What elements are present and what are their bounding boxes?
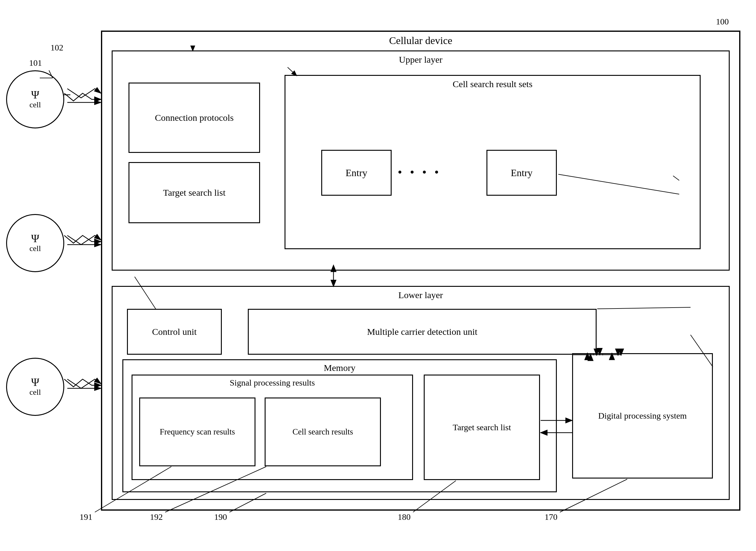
entry1-label: Entry [345,167,367,178]
cell-label-2: cell [29,244,41,253]
control-unit-box: Control unit [127,309,222,355]
cell-search-results-label: Cell search results [292,427,353,437]
frequency-scan-box: Frequency scan results [139,398,255,466]
antenna-icon-2: Ψ [31,233,39,244]
entry1-box: Entry [321,150,392,196]
cell-circle-3: Ψ cell [6,358,64,416]
upper-layer-label: Upper layer [399,54,442,65]
entry2-box: Entry [486,150,557,196]
frequency-scan-label: Frequency scan results [160,427,235,437]
label-191: 191 [79,512,92,522]
label-170: 170 [545,512,557,522]
cell-search-result-sets-label: Cell search result sets [453,79,533,89]
target-search-list-upper-box: Target search list [129,162,260,223]
label-192: 192 [150,512,163,522]
memory-label: Memory [324,363,355,373]
digital-processing-box: Digital processing system [572,353,713,479]
target-search-list-lower-label: Target search list [453,423,511,432]
antenna-icon-3: Ψ [31,377,39,388]
multiple-carrier-box: Multiple carrier detection unit [248,309,596,355]
cellular-device-label: Cellular device [389,35,453,46]
digital-processing-label: Digital processing system [598,411,687,421]
target-search-list-upper-label: Target search list [163,187,226,198]
cell-circle-2: Ψ cell [6,214,64,272]
label-180b: 180 [398,512,411,522]
control-unit-label: Control unit [152,327,197,337]
label-190: 190 [214,512,227,522]
connection-protocols-box: Connection protocols [129,83,260,153]
multiple-carrier-label: Multiple carrier detection unit [367,327,478,337]
label-100: 100 [716,17,729,27]
cell-label-1: cell [29,100,41,109]
entry2-label: Entry [511,167,532,178]
cell-circle-1: Ψ cell [6,70,64,128]
antenna-icon-1: Ψ [31,89,39,100]
cell-search-results-box: Cell search results [265,398,381,466]
label-101: 101 [29,58,42,68]
lower-layer-label: Lower layer [398,290,443,300]
cell-label-3: cell [29,388,41,397]
entry-dots: • • • • [398,165,441,179]
signal-processing-label: Signal processing results [230,378,315,388]
target-search-list-lower-box: Target search list [424,375,540,480]
label-102: 102 [50,43,63,53]
diagram: 100 101 102 140 180 120 122 121 130 150 … [0,0,756,551]
connection-protocols-label: Connection protocols [155,112,233,123]
